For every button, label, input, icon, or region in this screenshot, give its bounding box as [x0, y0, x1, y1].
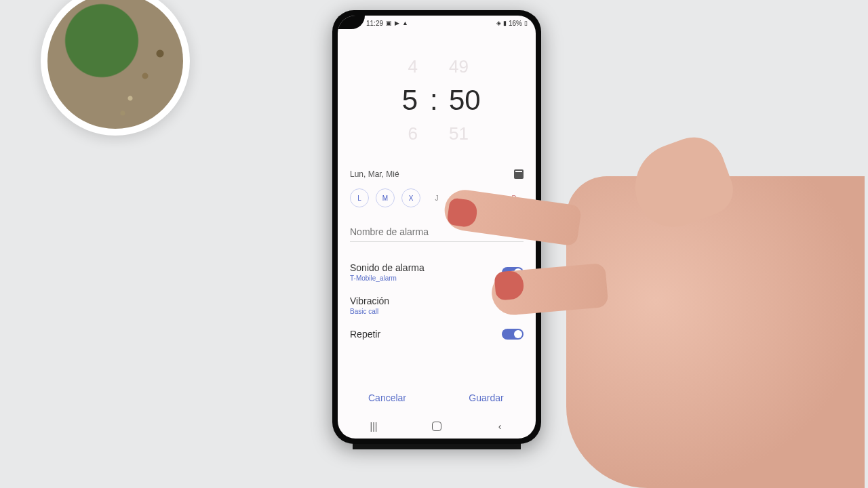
sound-sub: T-Mobile_alarm [350, 274, 425, 282]
status-bar: 11:29 ▣ ▶ ▲ ◈ ▮ 16% ▯ [338, 16, 536, 30]
day-sun[interactable]: D [505, 188, 524, 207]
wifi-icon: ◈ [496, 20, 501, 26]
image-icon: ▣ [386, 20, 392, 26]
sound-title: Sonido de alarma [350, 262, 425, 273]
battery-percent: 16% [509, 20, 522, 27]
alarm-settings: Lun, Mar, Mié L M X J V S D Sonido de al… [338, 169, 536, 382]
warning-icon: ▲ [402, 20, 408, 26]
phone-frame: 11:29 ▣ ▶ ▲ ◈ ▮ 16% ▯ 4 49 5 : 50 [332, 10, 541, 444]
save-button[interactable]: Guardar [437, 382, 536, 414]
phone-screen: 11:29 ▣ ▶ ▲ ◈ ▮ 16% ▯ 4 49 5 : 50 [338, 16, 536, 439]
nav-recents[interactable]: ||| [360, 421, 387, 432]
setting-sound[interactable]: Sonido de alarma T-Mobile_alarm [350, 256, 524, 289]
day-wed[interactable]: X [401, 188, 420, 207]
next-minute: 51 [449, 123, 490, 144]
day-thu[interactable]: J [427, 188, 446, 207]
day-mon[interactable]: L [350, 188, 369, 207]
nav-back[interactable]: ‹ [486, 421, 513, 432]
calendar-icon[interactable] [514, 169, 524, 179]
time-next-row[interactable]: 6 51 [384, 123, 490, 144]
prev-hour: 4 [384, 56, 418, 77]
time-separator: : [430, 84, 437, 117]
day-tue[interactable]: M [376, 188, 395, 207]
prev-minute: 49 [449, 56, 490, 77]
nav-home[interactable] [432, 422, 441, 431]
selected-hour: 5 [384, 84, 418, 117]
vibration-sub: Basic call [350, 308, 389, 315]
repeat-title: Repetir [350, 329, 380, 340]
day-fri[interactable]: V [453, 188, 472, 207]
bottom-actions: Cancelar Guardar [338, 382, 536, 414]
status-time: 11:29 [366, 20, 383, 27]
alarm-name-input[interactable] [350, 222, 524, 242]
sound-toggle[interactable] [502, 267, 524, 278]
setting-repeat[interactable]: Repetir [350, 322, 524, 346]
decorative-plant [41, 0, 190, 136]
setting-vibration[interactable]: Vibración Basic call [350, 289, 524, 322]
selected-minute: 50 [449, 84, 490, 117]
nav-bar: ||| ‹ [338, 414, 536, 439]
day-sat[interactable]: S [479, 188, 498, 207]
time-prev-row[interactable]: 4 49 [384, 56, 490, 77]
selected-days-label: Lun, Mar, Mié [350, 169, 399, 179]
days-summary-row[interactable]: Lun, Mar, Mié [350, 169, 524, 179]
next-hour: 6 [384, 123, 418, 144]
repeat-toggle[interactable] [502, 329, 524, 340]
signal-icon: ▮ [503, 20, 507, 26]
vibration-title: Vibración [350, 296, 389, 306]
cancel-button[interactable]: Cancelar [338, 382, 437, 414]
vibration-toggle[interactable] [502, 300, 524, 311]
play-icon: ▶ [395, 20, 399, 26]
time-picker[interactable]: 4 49 5 : 50 6 51 [338, 30, 536, 169]
time-selected-row[interactable]: 5 : 50 [384, 84, 490, 117]
battery-icon: ▯ [524, 20, 528, 26]
day-selector: L M X J V S D [350, 188, 524, 207]
